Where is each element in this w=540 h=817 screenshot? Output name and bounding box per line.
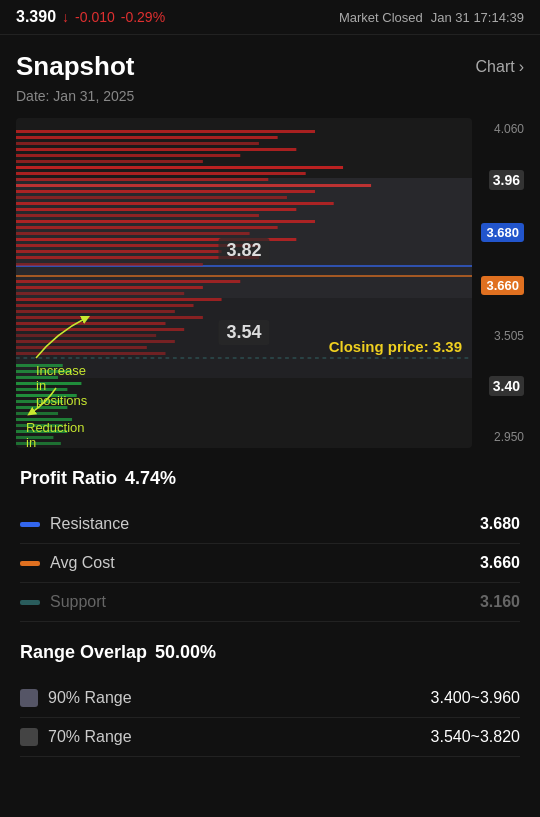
svg-rect-31 bbox=[16, 304, 194, 307]
svg-rect-5 bbox=[16, 148, 296, 151]
svg-rect-14 bbox=[16, 202, 334, 205]
svg-rect-9 bbox=[16, 172, 306, 175]
range-overlap-section: Range Overlap 50.00% 90% Range 3.400~3.9… bbox=[20, 642, 520, 757]
profit-ratio-row: Profit Ratio 4.74% bbox=[20, 468, 520, 489]
profit-ratio-label: Profit Ratio bbox=[20, 468, 117, 489]
resistance-label: Resistance bbox=[50, 515, 129, 533]
svg-rect-3 bbox=[16, 136, 278, 139]
range-overlap-label: Range Overlap bbox=[20, 642, 147, 663]
range-70-label: 70% Range bbox=[48, 728, 132, 746]
date-label: Date: Jan 31, 2025 bbox=[16, 88, 524, 104]
price-change-percent: -0.29% bbox=[121, 9, 165, 25]
resistance-color-dot bbox=[20, 522, 40, 527]
range-overlap-row: Range Overlap 50.00% bbox=[20, 642, 520, 663]
chevron-right-icon: › bbox=[519, 58, 524, 76]
chart-inner: 3.82 3.54 Closing price: 3.39 Increase i… bbox=[16, 118, 472, 448]
range-90-box bbox=[20, 689, 38, 707]
range-90: 90% Range 3.400~3.960 bbox=[20, 679, 520, 718]
svg-rect-33 bbox=[16, 316, 203, 319]
svg-rect-15 bbox=[16, 208, 296, 211]
chart-container: 3.82 3.54 Closing price: 3.39 Increase i… bbox=[16, 118, 524, 448]
stat-avgcost: Avg Cost 3.660 bbox=[20, 544, 520, 583]
market-datetime: Jan 31 17:14:39 bbox=[431, 10, 524, 25]
svg-rect-24 bbox=[16, 250, 222, 253]
svg-rect-34 bbox=[16, 322, 166, 325]
svg-rect-30 bbox=[16, 298, 222, 301]
svg-rect-4 bbox=[16, 142, 259, 145]
svg-rect-7 bbox=[16, 160, 203, 163]
stats-section: Profit Ratio 4.74% Resistance 3.680 Avg … bbox=[16, 468, 524, 757]
current-price: 3.390 bbox=[16, 8, 56, 26]
svg-rect-13 bbox=[16, 196, 287, 199]
svg-rect-18 bbox=[16, 226, 278, 229]
market-info: Market Closed Jan 31 17:14:39 bbox=[339, 10, 524, 25]
svg-rect-8 bbox=[16, 166, 343, 169]
range-overlap-value: 50.00% bbox=[155, 642, 216, 663]
profit-ratio-value: 4.74% bbox=[125, 468, 176, 489]
stat-resistance-left: Resistance bbox=[20, 515, 129, 533]
y-label-4060: 4.060 bbox=[494, 122, 524, 136]
svg-rect-11 bbox=[16, 184, 371, 187]
y-axis: 4.060 3.96 3.680 3.660 3.505 3.40 2.950 bbox=[474, 118, 524, 448]
y-label-3680: 3.680 bbox=[481, 223, 524, 242]
svg-rect-29 bbox=[16, 292, 184, 295]
support-color-dot bbox=[20, 600, 40, 605]
y-label-3660: 3.660 bbox=[481, 276, 524, 295]
price-change: -0.010 bbox=[75, 9, 115, 25]
market-status: Market Closed bbox=[339, 10, 423, 25]
chart-price-354: 3.54 bbox=[218, 320, 269, 345]
svg-rect-32 bbox=[16, 310, 175, 313]
y-label-396: 3.96 bbox=[489, 170, 524, 190]
stat-support: Support 3.160 bbox=[20, 583, 520, 622]
svg-rect-17 bbox=[16, 220, 315, 223]
reduction-label: Reduction in positions (Take profit & ex… bbox=[26, 420, 85, 448]
page-title: Snapshot bbox=[16, 51, 134, 82]
svg-rect-2 bbox=[16, 130, 315, 133]
y-label-3505: 3.505 bbox=[494, 329, 524, 343]
range-90-left: 90% Range bbox=[20, 689, 132, 707]
chart-link-label: Chart bbox=[476, 58, 515, 76]
svg-rect-12 bbox=[16, 190, 315, 193]
svg-rect-6 bbox=[16, 154, 240, 157]
svg-rect-16 bbox=[16, 214, 259, 217]
stat-resistance: Resistance 3.680 bbox=[20, 505, 520, 544]
chart-price-382: 3.82 bbox=[218, 238, 269, 263]
svg-rect-28 bbox=[16, 286, 203, 289]
svg-rect-27 bbox=[16, 280, 240, 283]
avgcost-value: 3.660 bbox=[480, 554, 520, 572]
price-arrow-icon: ↓ bbox=[62, 9, 69, 25]
support-value: 3.160 bbox=[480, 593, 520, 611]
price-info: 3.390 ↓ -0.010 -0.29% bbox=[16, 8, 165, 26]
svg-rect-19 bbox=[16, 232, 250, 235]
range-70-box bbox=[20, 728, 38, 746]
stat-avgcost-left: Avg Cost bbox=[20, 554, 115, 572]
range-90-label: 90% Range bbox=[48, 689, 132, 707]
y-label-340: 3.40 bbox=[489, 376, 524, 396]
avgcost-color-dot bbox=[20, 561, 40, 566]
status-bar: 3.390 ↓ -0.010 -0.29% Market Closed Jan … bbox=[0, 0, 540, 35]
main-content: Snapshot Chart › Date: Jan 31, 2025 bbox=[0, 35, 540, 757]
range-90-value: 3.400~3.960 bbox=[431, 689, 520, 707]
svg-rect-10 bbox=[16, 178, 268, 181]
range-70-left: 70% Range bbox=[20, 728, 132, 746]
svg-rect-26 bbox=[16, 263, 203, 266]
y-label-2950: 2.950 bbox=[494, 430, 524, 444]
support-label: Support bbox=[50, 593, 106, 611]
stat-support-left: Support bbox=[20, 593, 106, 611]
chart-link[interactable]: Chart › bbox=[476, 58, 524, 76]
header-row: Snapshot Chart › bbox=[16, 51, 524, 82]
closing-price-label: Closing price: 3.39 bbox=[329, 338, 462, 355]
resistance-value: 3.680 bbox=[480, 515, 520, 533]
range-70-value: 3.540~3.820 bbox=[431, 728, 520, 746]
avgcost-label: Avg Cost bbox=[50, 554, 115, 572]
range-70: 70% Range 3.540~3.820 bbox=[20, 718, 520, 757]
